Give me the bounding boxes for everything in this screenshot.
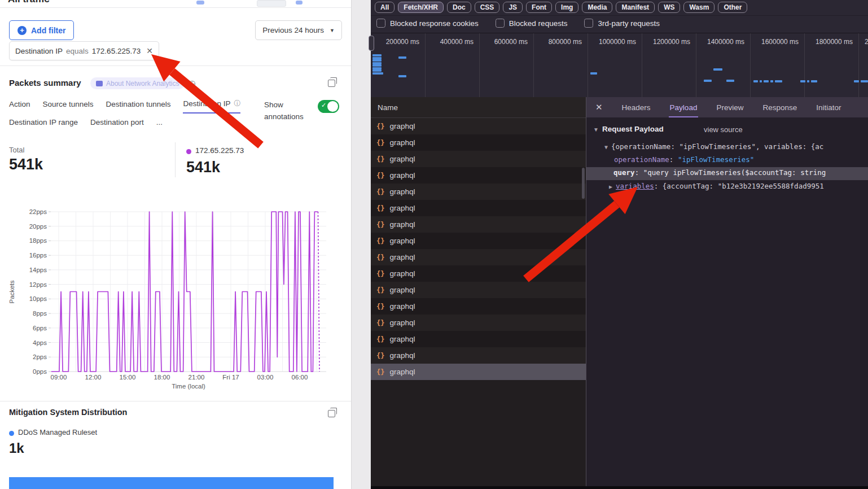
request-row[interactable]: {}graphql <box>371 298 586 315</box>
request-row[interactable]: {}graphql <box>371 167 586 184</box>
network-timeline-overview[interactable]: 200000 ms400000 ms600000 ms800000 ms1000… <box>371 33 868 98</box>
json-icon: {} <box>376 270 384 278</box>
expand-card-icon[interactable] <box>328 410 335 417</box>
request-timing-mark <box>372 72 383 75</box>
request-row[interactable]: {}graphql <box>371 216 586 233</box>
expand-card-icon[interactable] <box>328 80 335 87</box>
detail-tab-headers[interactable]: Headers <box>621 97 652 117</box>
filter-pill-ws[interactable]: WS <box>658 2 680 13</box>
json-icon: {} <box>376 303 384 311</box>
tab-source-tunnels[interactable]: Source tunnels <box>43 99 94 113</box>
tab----[interactable]: ... <box>156 118 163 130</box>
filter-pill-other[interactable]: Other <box>718 2 747 13</box>
request-row[interactable]: {}graphql <box>371 315 586 331</box>
divider <box>371 15 868 16</box>
filter-pill-all[interactable]: All <box>375 2 394 13</box>
tab-action[interactable]: Action <box>9 99 30 113</box>
filter-field: Destination IP <box>15 47 63 55</box>
tab-destination-ip-range[interactable]: Destination IP range <box>9 118 78 130</box>
filter-pill-media[interactable]: Media <box>582 2 612 13</box>
filter-pill-js[interactable]: JS <box>503 2 523 13</box>
svg-text:14pps: 14pps <box>29 267 47 273</box>
payload-variables-line[interactable]: ▶variables: {accountTag: "b12e3b2192ee55… <box>609 182 824 190</box>
request-row[interactable]: {}graphql <box>371 282 586 298</box>
devtools-filter-bar: AllFetch/XHRDocCSSJSFontImgMediaManifest… <box>371 0 868 33</box>
view-source-link[interactable]: view source <box>704 125 743 134</box>
svg-text:Fri 17: Fri 17 <box>222 374 239 381</box>
show-annotations-toggle[interactable]: ✓ <box>318 100 339 113</box>
request-row[interactable]: {}graphql <box>371 347 586 364</box>
detail-tab-payload[interactable]: Payload <box>669 97 699 117</box>
request-row[interactable]: {}graphql <box>371 249 586 265</box>
request-row[interactable]: {}graphql <box>371 134 586 151</box>
timeline-gridline <box>588 33 588 98</box>
checkbox-icon[interactable] <box>496 19 505 28</box>
packets-chart: 0pps2pps4pps6pps8pps10pps12pps14pps16pps… <box>0 199 351 394</box>
filter-pill-fetchxhr[interactable]: Fetch/XHR <box>398 2 444 13</box>
checkbox-blocked-requests[interactable]: Blocked requests <box>496 19 568 28</box>
series-label: 172.65.225.73 <box>195 146 244 155</box>
request-timing-mark <box>713 68 722 71</box>
timeline-grip[interactable] <box>369 36 374 51</box>
detail-tab-response[interactable]: Response <box>761 97 798 117</box>
add-filter-button[interactable]: + Add filter <box>9 20 74 40</box>
add-filter-label: Add filter <box>31 26 65 35</box>
payload-query-line[interactable]: query: "query ipFlowTimeseries($accountT… <box>586 167 868 180</box>
request-row[interactable]: {}graphql <box>371 265 586 282</box>
filter-chip[interactable]: Destination IP equals 172.65.225.73 ✕ <box>9 41 159 60</box>
request-row[interactable]: {}graphql <box>371 184 586 200</box>
request-timing-mark <box>590 72 597 75</box>
json-icon: {} <box>376 123 384 130</box>
request-timing-mark <box>764 80 769 82</box>
svg-text:21:00: 21:00 <box>188 374 205 381</box>
request-type-pills: AllFetch/XHRDocCSSJSFontImgMediaManifest… <box>375 2 747 13</box>
badge-label: About Network Analytics <box>106 80 179 88</box>
request-row[interactable]: {}graphql <box>371 151 586 167</box>
request-timing-mark <box>861 80 868 82</box>
remove-filter-icon[interactable]: ✕ <box>146 46 153 55</box>
timeline-tick-label: 1400000 ms <box>707 38 744 46</box>
name-column-header[interactable]: Name <box>371 97 586 118</box>
request-row[interactable]: {}graphql <box>371 200 586 216</box>
request-row[interactable]: {}graphql <box>371 118 586 134</box>
tab-label: Destination port <box>90 118 144 126</box>
tab-destination-tunnels[interactable]: Destination tunnels <box>106 99 171 113</box>
timeline-tick-label: 1000000 ms <box>599 38 636 46</box>
close-icon[interactable]: ✕ <box>595 102 603 112</box>
checkbox-blocked-response-cookies[interactable]: Blocked response cookies <box>376 19 479 28</box>
request-row[interactable]: {}graphql <box>371 233 586 249</box>
request-timing-mark <box>854 80 859 82</box>
request-payload-title[interactable]: ▼Request Payload <box>593 125 664 133</box>
filter-pill-img[interactable]: Img <box>555 2 578 13</box>
detail-tab-initiator[interactable]: Initiator <box>815 97 842 117</box>
checkbox-icon[interactable] <box>376 19 385 28</box>
request-name: graphql <box>389 286 415 294</box>
guide-icon <box>96 81 103 86</box>
detail-tab-preview[interactable]: Preview <box>715 97 744 117</box>
detail-tab-bar: ✕ HeadersPayloadPreviewResponseInitiator <box>586 97 868 117</box>
filter-pill-manifest[interactable]: Manifest <box>616 2 655 13</box>
tab-destination-port[interactable]: Destination port <box>90 118 144 130</box>
payload-root-line[interactable]: ▼{operationName: "ipFlowTimeseries", var… <box>604 142 823 151</box>
devtools-bottom-strip <box>371 486 868 489</box>
triangle-down-icon: ▼ <box>593 126 599 133</box>
checkbox-icon[interactable] <box>584 19 593 28</box>
time-range-dropdown[interactable]: Previous 24 hours ▼ <box>255 20 342 40</box>
svg-text:10pps: 10pps <box>29 295 47 302</box>
request-row[interactable]: {}graphql <box>371 331 586 347</box>
about-network-analytics-badge[interactable]: About Network Analytics <box>90 77 185 89</box>
filter-pill-css[interactable]: CSS <box>475 2 500 13</box>
request-row[interactable]: {}graphql <box>371 364 586 380</box>
plus-icon: + <box>17 26 27 35</box>
tab-destination-ip[interactable]: Destination IPⓘ <box>183 99 240 113</box>
dimension-tabs-row1: ActionSource tunnelsDestination tunnelsD… <box>9 99 240 113</box>
timeline-gridline <box>804 33 805 98</box>
checkbox-3rd-party-requests[interactable]: 3rd-party requests <box>584 19 660 28</box>
filter-pill-doc[interactable]: Doc <box>447 2 471 13</box>
filter-pill-font[interactable]: Font <box>526 2 552 13</box>
timeline-gridline <box>425 33 426 98</box>
scrollbar-thumb[interactable] <box>582 168 585 199</box>
dimension-tabs-row2: Destination IP rangeDestination port... <box>9 118 163 130</box>
filter-pill-wasm[interactable]: Wasm <box>683 2 714 13</box>
payload-operationname-line[interactable]: operationName: "ipFlowTimeseries" <box>614 155 754 164</box>
